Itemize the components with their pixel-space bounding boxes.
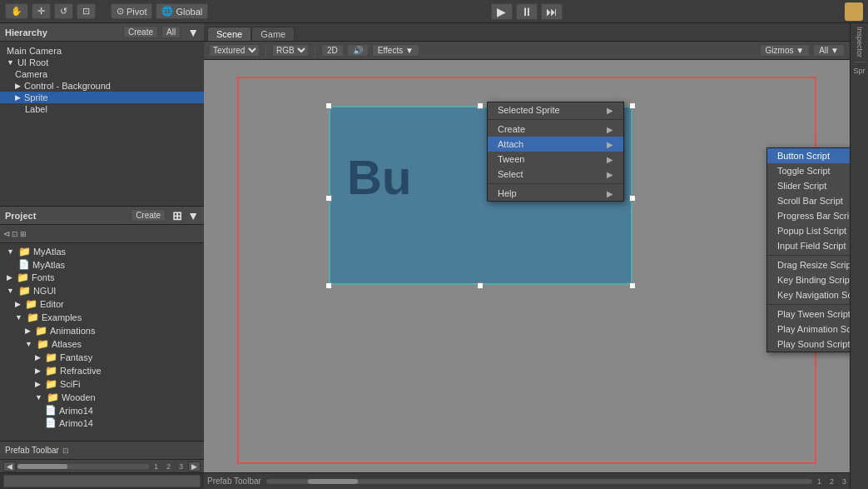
- project-search-input[interactable]: [3, 475, 201, 487]
- cm-script-playanimation[interactable]: Play Animation Script: [767, 322, 850, 337]
- scene-tabs: Scene Game: [204, 23, 850, 42]
- cm-script-scrollbar[interactable]: Scroll Bar Script: [767, 193, 850, 208]
- proj-arrow: ▼: [15, 313, 22, 322]
- cm-script-dragresize[interactable]: Drag Resize Script: [767, 257, 850, 272]
- scroll-marker-1: 1: [154, 462, 158, 471]
- color-mode-select[interactable]: RGB: [272, 44, 309, 57]
- hier-item-camera[interactable]: Camera: [0, 68, 204, 80]
- inspector-divider: [854, 62, 866, 62]
- hier-item-ui-root[interactable]: ▼ UI Root: [0, 57, 204, 68]
- cm-script-slider[interactable]: Slider Script: [767, 178, 850, 193]
- proj-arrow: ▶: [35, 380, 41, 388]
- proj-item-fantasy[interactable]: ▶ 📁 Fantasy: [0, 351, 204, 364]
- handle-tl: [325, 102, 332, 109]
- proj-item-animations[interactable]: ▶ 📁 Animations: [0, 324, 204, 337]
- left-section: Hierarchy Create All ▼ Main Camera ▼ UI …: [0, 23, 204, 489]
- proj-label: Editor: [40, 299, 64, 309]
- proj-item-examples[interactable]: ▼ 📁 Examples: [0, 311, 204, 324]
- proj-item-refractive[interactable]: ▶ 📁 Refractive: [0, 364, 204, 377]
- cm-script-playsound[interactable]: Play Sound Script: [767, 337, 850, 352]
- button-text: Bu: [347, 149, 411, 205]
- cm-create[interactable]: Create ▶: [488, 122, 623, 137]
- cm-scripts-sep2: [767, 304, 850, 305]
- global-btn[interactable]: 🌐 Global: [156, 3, 208, 19]
- proj-item-wooden[interactable]: ▼ 📁 Wooden: [0, 391, 204, 404]
- proj-item-ngui[interactable]: ▼ 📁 NGUI: [0, 284, 204, 297]
- pivot-btn[interactable]: ⊙ Pivot: [111, 3, 152, 19]
- hier-item-label: Control - Background: [24, 81, 111, 91]
- proj-item-arimo1[interactable]: 📄 Arimo14: [0, 404, 204, 417]
- cm-script-popuplist[interactable]: Popup List Script: [767, 223, 850, 238]
- proj-item-myatlas-folder[interactable]: ▼ 📁 MyAtlas: [0, 245, 204, 258]
- cm-script-playtween[interactable]: Play Tween Script: [767, 307, 850, 322]
- cm-selected-sprite[interactable]: Selected Sprite ▶: [488, 102, 623, 117]
- hand-tool-btn[interactable]: ✋: [5, 3, 28, 19]
- proj-arrow: ▼: [7, 247, 14, 256]
- proj-arrow: ▼: [7, 287, 14, 295]
- all-btn[interactable]: All ▼: [813, 44, 845, 57]
- play-btn[interactable]: ▶: [491, 3, 513, 20]
- project-collapse-btn[interactable]: ▼: [187, 209, 199, 222]
- scroll-left-btn[interactable]: ◀: [3, 462, 16, 472]
- cm-tween[interactable]: Tween ▶: [488, 152, 623, 167]
- scene-viewport: Bu Selected Sprite ▶ Create ▶: [204, 60, 850, 489]
- inspector-panel: Inspector Spr: [850, 23, 868, 489]
- proj-item-scifi[interactable]: ▶ 📁 SciFi: [0, 377, 204, 391]
- scene-scroll-label: 1 2 3: [817, 477, 846, 486]
- scene-scroll-thumb: [308, 479, 358, 484]
- proj-item-myatlas-file[interactable]: 📄 MyAtlas: [0, 258, 204, 271]
- project-toolbar: ⊲ ⊡ ⊞: [0, 225, 204, 243]
- play-controls: ▶ ⏸ ⏭: [491, 3, 563, 20]
- proj-label: Examples: [42, 312, 82, 322]
- center-area: Scene Game Textured RGB 2D 🔊 Effects ▼ G…: [204, 23, 850, 489]
- hierarchy-content: Main Camera ▼ UI Root Camera ▶ Control -…: [0, 42, 204, 206]
- step-btn[interactable]: ⏭: [541, 3, 563, 20]
- mode-2d-btn[interactable]: 2D: [321, 44, 344, 57]
- render-mode-select[interactable]: Textured: [209, 44, 260, 57]
- inspector-label[interactable]: Inspector: [856, 27, 864, 57]
- scene-scrollbar: [266, 479, 812, 484]
- proj-label: MyAtlas: [32, 260, 65, 270]
- audio-btn[interactable]: 🔊: [347, 44, 369, 57]
- hier-item-main-camera[interactable]: Main Camera: [0, 45, 204, 57]
- hier-arrow-sprite: ▶: [15, 93, 21, 102]
- hier-item-sprite[interactable]: ▶ Sprite: [0, 92, 204, 103]
- cm-script-progressbar[interactable]: Progress Bar Script: [767, 208, 850, 223]
- cm-script-keybinding[interactable]: Key Binding Script: [767, 272, 850, 287]
- cm-arrow: ▶: [607, 170, 613, 179]
- project-icon-btn[interactable]: ⊞: [172, 209, 182, 222]
- move-tool-btn[interactable]: ✛: [32, 3, 51, 19]
- rect-tool-btn[interactable]: ⊡: [77, 3, 96, 19]
- rotate-tool-btn[interactable]: ↺: [54, 3, 73, 19]
- hierarchy-collapse-btn[interactable]: ▼: [187, 26, 199, 39]
- hier-item-control-bg[interactable]: ▶ Control - Background: [0, 80, 204, 92]
- cm-select[interactable]: Select ▶: [488, 167, 623, 182]
- effects-btn[interactable]: Effects ▼: [372, 44, 419, 57]
- gizmos-btn[interactable]: Gizmos ▼: [760, 44, 811, 57]
- cm-item-label: Select: [498, 169, 523, 179]
- cm-help[interactable]: Help ▶: [488, 186, 623, 201]
- tab-scene[interactable]: Scene: [207, 27, 251, 41]
- cm-attach[interactable]: Attach ▶: [488, 137, 623, 152]
- proj-item-fonts[interactable]: ▶ 📁 Fonts: [0, 271, 204, 284]
- tab-game[interactable]: Game: [251, 27, 295, 41]
- folder-icon: 📁: [45, 365, 57, 377]
- hierarchy-create-btn[interactable]: Create: [123, 26, 158, 38]
- proj-item-arimo2[interactable]: 📄 Arimo14: [0, 417, 204, 429]
- cm-script-inputfield[interactable]: Input Field Script: [767, 238, 850, 253]
- pause-btn[interactable]: ⏸: [516, 3, 538, 20]
- cm-script-toggle[interactable]: Toggle Script: [767, 163, 850, 178]
- cm-script-button[interactable]: Button Script: [767, 148, 850, 163]
- hier-item-label[interactable]: Label: [0, 103, 204, 115]
- cm-script-keynavigation[interactable]: Key Navigation Script: [767, 287, 850, 302]
- folder-icon: 📁: [37, 338, 49, 350]
- hierarchy-all-btn[interactable]: All: [161, 26, 181, 38]
- proj-label: SciFi: [60, 379, 80, 389]
- project-create-btn[interactable]: Create: [131, 209, 166, 222]
- proj-item-atlases[interactable]: ▼ 📁 Atlases: [0, 337, 204, 351]
- proj-item-editor[interactable]: ▶ 📁 Editor: [0, 297, 204, 311]
- scroll-right-btn[interactable]: ▶: [188, 462, 201, 472]
- main-layout: Hierarchy Create All ▼ Main Camera ▼ UI …: [0, 23, 868, 489]
- context-menu-1: Selected Sprite ▶ Create ▶ Attach ▶ Twee…: [487, 102, 624, 202]
- project-header: Project Create ⊞ ▼: [0, 207, 204, 225]
